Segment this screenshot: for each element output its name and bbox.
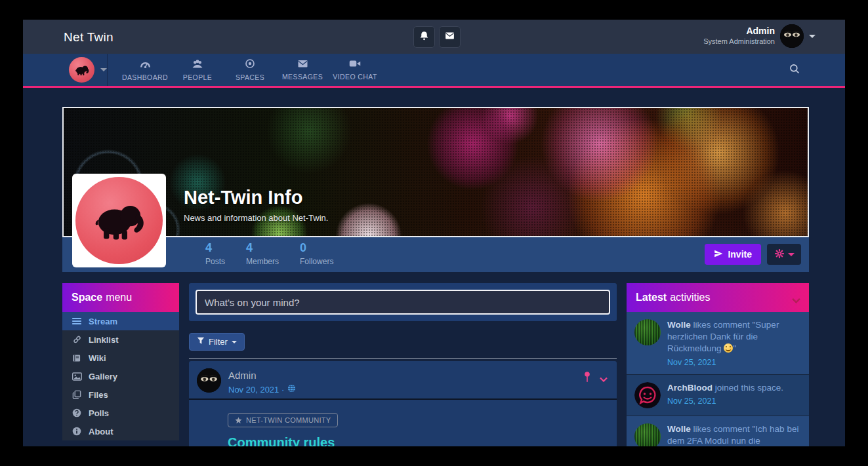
composer-input[interactable]: [196, 290, 610, 315]
envelope-icon: [297, 59, 308, 71]
stat-value: 0: [300, 242, 333, 255]
panel-title-bold: Space: [72, 292, 102, 303]
post-header: Admin Nov 20, 2021 ·: [189, 361, 617, 400]
pin-icon[interactable]: [584, 372, 590, 385]
space-logo-dropdown[interactable]: [69, 57, 107, 83]
avatar-wolle[interactable]: [634, 423, 661, 446]
cover-halftone-overlay: [64, 108, 808, 236]
invite-label: Invite: [728, 249, 752, 260]
menu-item-linklist[interactable]: Linklist: [62, 330, 179, 349]
stream-filter-button[interactable]: Filter: [189, 333, 245, 351]
smiley-emoji-icon: [724, 343, 733, 353]
activity-item[interactable]: Wolle likes comment "Super herzlichen Da…: [627, 312, 809, 375]
chevron-down-icon[interactable]: [792, 294, 800, 306]
menu-item-files[interactable]: Files: [62, 385, 179, 404]
activity-user: Wolle: [667, 320, 691, 330]
activity-user: ArchBlood: [667, 383, 713, 393]
gear-icon: [774, 248, 785, 261]
nav-item-spaces[interactable]: SPACES: [224, 54, 276, 86]
info-circle-icon: [72, 427, 82, 436]
menu-item-stream[interactable]: Stream: [62, 312, 179, 330]
dot-circle-icon: [245, 58, 255, 71]
post-date: Nov 20, 2021 ·: [228, 385, 284, 395]
post-composer: [189, 283, 617, 321]
activity-user: Wolle: [667, 424, 691, 434]
people-icon: [192, 59, 203, 71]
topic-badge[interactable]: NET-TWIN COMMUNITY: [228, 413, 338, 427]
activity-item[interactable]: ArchBlood joined this space. Nov 25, 202…: [627, 375, 809, 416]
stat-followers[interactable]: 0 Followers: [300, 242, 333, 266]
panel-title-rest: menu: [106, 292, 132, 303]
post-author-name[interactable]: Admin: [228, 370, 257, 381]
paper-plane-icon: [714, 249, 723, 260]
space-title: Net-Twin Info: [184, 187, 328, 208]
stat-value: 4: [205, 242, 225, 255]
bell-icon: [419, 30, 430, 44]
copy-files-icon: [72, 390, 82, 399]
user-name: Admin: [703, 26, 775, 37]
badge-label: NET-TWIN COMMUNITY: [246, 416, 331, 424]
stat-label: Members: [246, 257, 279, 266]
activity-date: Nov 25, 2021: [667, 358, 801, 367]
menu-item-label: Wiki: [89, 353, 106, 363]
chevron-down-icon: [809, 35, 816, 38]
activity-date: Nov 25, 2021: [667, 397, 801, 406]
stat-label: Followers: [300, 257, 333, 266]
link-icon: [72, 335, 82, 344]
post-title[interactable]: Community rules: [228, 435, 604, 446]
search-icon: [789, 66, 800, 77]
app-window: Net Twin Admin System Administration: [23, 20, 845, 446]
panel-title-rest: activities: [670, 292, 710, 303]
menu-item-label: Stream: [89, 317, 117, 326]
stat-posts[interactable]: 4 Posts: [205, 242, 225, 266]
latest-activities-panel: Latest activities Wolle likes comment "S…: [627, 283, 809, 446]
account-menu[interactable]: Admin System Administration: [703, 24, 816, 48]
nav-label: MESSAGES: [282, 73, 323, 81]
activities-header: Latest activities: [627, 283, 809, 312]
post-author-avatar[interactable]: [197, 368, 221, 393]
space-settings-button[interactable]: [767, 244, 801, 265]
elephant-logo-icon: [69, 57, 94, 83]
menu-item-polls[interactable]: Polls: [62, 404, 179, 422]
notifications-button[interactable]: [413, 26, 435, 48]
funnel-icon: [197, 337, 205, 347]
activity-text: joined this space.: [715, 383, 783, 393]
user-role: System Administration: [703, 37, 775, 47]
space-cover-image[interactable]: Net-Twin Info News and information about…: [62, 107, 809, 237]
book-icon: [72, 354, 82, 362]
menu-item-label: Files: [89, 390, 108, 400]
space-profile-image[interactable]: [72, 174, 166, 267]
envelope-icon: [444, 30, 455, 44]
image-icon: [72, 372, 82, 381]
dashboard-icon: [140, 59, 151, 71]
avatar-archblood[interactable]: [634, 382, 661, 408]
nav-item-dashboard[interactable]: DASHBOARD: [119, 54, 171, 86]
chevron-down-icon: [100, 68, 107, 71]
activity-text-after: ": [733, 343, 736, 353]
activity-item[interactable]: Wolle likes comment "Ich hab bei dem 2FA…: [627, 416, 809, 446]
menu-item-label: Gallery: [89, 372, 117, 381]
space-description: News and information about Net-Twin.: [184, 213, 328, 223]
menu-item-about[interactable]: About: [62, 422, 179, 440]
stream-column: Filter Admin Nov 20, 2021 ·: [189, 283, 617, 446]
messages-button[interactable]: [439, 26, 461, 48]
menu-item-wiki[interactable]: Wiki: [62, 349, 179, 367]
chevron-down-icon: [788, 253, 795, 256]
nav-item-messages[interactable]: MESSAGES: [276, 54, 329, 86]
search-button[interactable]: [789, 63, 800, 77]
nav-item-people[interactable]: PEOPLE: [171, 54, 224, 86]
invite-button[interactable]: Invite: [705, 244, 761, 265]
nav-item-video-chat[interactable]: VIDEO CHAT: [329, 54, 381, 86]
stat-members[interactable]: 4 Members: [246, 242, 279, 266]
chevron-down-icon[interactable]: [600, 373, 608, 385]
user-avatar[interactable]: [780, 24, 804, 48]
stat-label: Posts: [205, 257, 225, 266]
menu-item-gallery[interactable]: Gallery: [62, 367, 179, 385]
star-icon: [235, 417, 242, 424]
video-camera-icon: [349, 59, 361, 71]
globe-icon: [287, 384, 296, 395]
avatar-wolle[interactable]: [634, 319, 661, 345]
nav-label: VIDEO CHAT: [333, 73, 377, 81]
menu-item-label: Linklist: [89, 335, 119, 345]
nav-divider: [107, 54, 108, 86]
